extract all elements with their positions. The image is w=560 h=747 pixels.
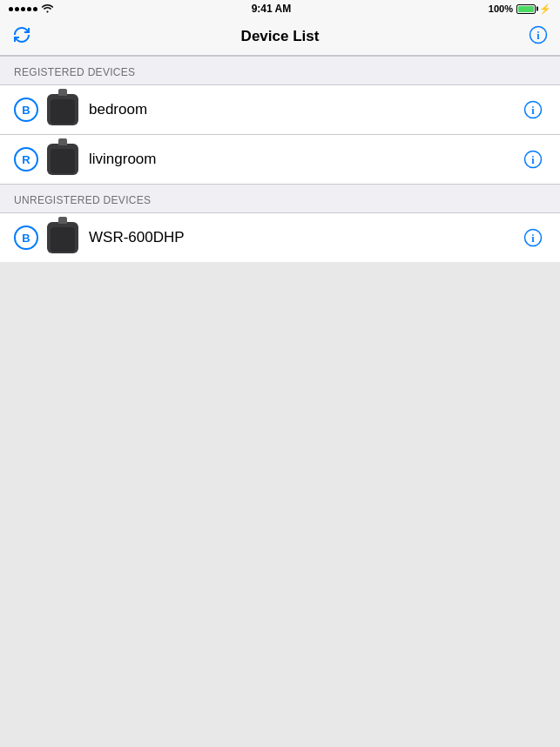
nav-bar: Device List i xyxy=(0,17,560,56)
wifi-icon xyxy=(41,3,54,16)
signal-dot-2 xyxy=(15,7,19,11)
unregistered-devices-header: UNREGISTERED DEVICES xyxy=(0,184,560,213)
info-icon-livingroom: i xyxy=(523,150,543,169)
status-left xyxy=(9,3,54,16)
charge-icon: ⚡ xyxy=(539,3,551,15)
unregistered-device-list: B WSR-600DHP i xyxy=(0,213,560,262)
info-button[interactable]: i xyxy=(525,22,551,50)
status-bar: 9:41 AM 100% ⚡ xyxy=(0,0,560,17)
svg-text:i: i xyxy=(531,104,535,117)
info-button-livingroom[interactable]: i xyxy=(520,146,546,172)
device-name-livingroom: livingroom xyxy=(89,151,520,168)
signal-dot-3 xyxy=(21,7,25,11)
device-name-bedroom: bedroom xyxy=(89,101,520,118)
badge-wsr600dhp: B xyxy=(14,225,38,250)
device-icon-inner-bedroom xyxy=(51,99,75,124)
unregistered-devices-label: UNREGISTERED DEVICES xyxy=(14,194,151,206)
svg-text:i: i xyxy=(536,30,540,42)
svg-text:i: i xyxy=(531,232,535,245)
info-icon-bedroom: i xyxy=(523,100,543,119)
device-icon-inner-wsr600dhp xyxy=(51,227,75,252)
device-row-bedroom[interactable]: B bedroom i xyxy=(0,85,560,135)
info-button-bedroom[interactable]: i xyxy=(520,97,546,123)
signal-dot-1 xyxy=(9,7,13,11)
device-row-livingroom[interactable]: R livingroom i xyxy=(0,135,560,184)
info-icon: i xyxy=(529,25,548,47)
status-right: 100% ⚡ xyxy=(489,3,551,15)
device-row-wsr600dhp[interactable]: B WSR-600DHP i xyxy=(0,213,560,262)
status-time: 9:41 AM xyxy=(252,3,292,15)
registered-devices-header: REGISTERED DEVICES xyxy=(0,56,560,85)
empty-background xyxy=(0,262,560,747)
device-icon-inner-livingroom xyxy=(51,149,75,173)
registered-device-list: B bedroom i R livingroom i xyxy=(0,85,560,184)
nav-title: Device List xyxy=(241,28,320,45)
refresh-button[interactable] xyxy=(9,22,35,50)
device-icon-wsr600dhp xyxy=(47,222,78,253)
battery-percent: 100% xyxy=(489,3,513,14)
svg-text:i: i xyxy=(531,154,535,166)
device-name-wsr600dhp: WSR-600DHP xyxy=(89,229,520,246)
info-button-wsr600dhp[interactable]: i xyxy=(520,225,546,251)
info-icon-wsr600dhp: i xyxy=(523,228,543,247)
badge-bedroom: B xyxy=(14,98,38,122)
signal-dot-4 xyxy=(27,7,31,11)
battery-fill xyxy=(518,6,534,12)
signal-dots xyxy=(9,7,37,11)
registered-devices-label: REGISTERED DEVICES xyxy=(14,66,135,78)
battery-container xyxy=(516,4,536,14)
nav-left xyxy=(9,22,35,50)
signal-dot-5 xyxy=(33,7,37,11)
refresh-icon xyxy=(12,25,31,47)
device-icon-livingroom xyxy=(47,144,78,175)
device-icon-bedroom xyxy=(47,94,78,125)
battery-icon xyxy=(516,4,536,14)
badge-livingroom: R xyxy=(14,147,38,172)
